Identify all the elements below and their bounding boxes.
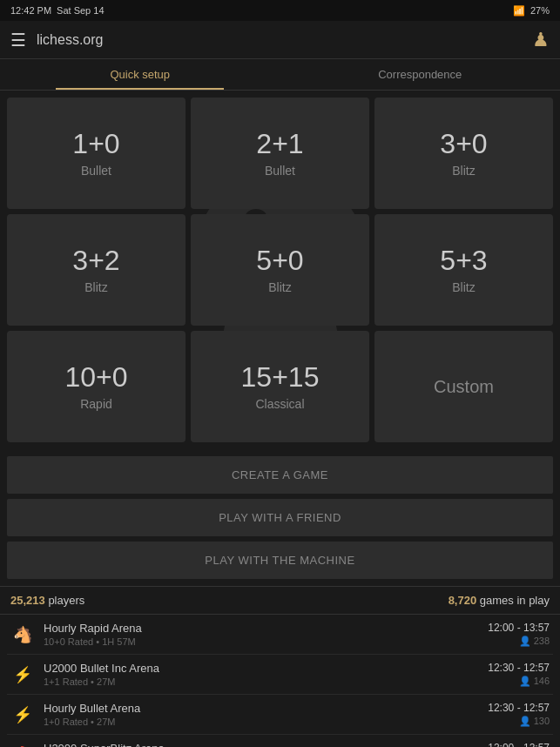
status-date: Sat Sep 14 <box>57 5 104 16</box>
tournament-time-u2000-bullet: 12:30 - 12:57 👤 146 <box>488 662 550 687</box>
game-grid-wrapper: 1+0 Bullet 2+1 Bullet 3+0 Blitz 3+2 Blit… <box>0 91 560 449</box>
stats-bar: 25,213 players 8,720 games in play <box>0 586 560 615</box>
tournament-list: 🐴 Hourly Rapid Arena 10+0 Rated • 1H 57M… <box>0 615 560 747</box>
tab-bar: Quick setup Correspondence <box>0 59 560 91</box>
game-option-3-0[interactable]: 3+0 Blitz <box>374 98 553 209</box>
tournament-icon-u2000-bullet: ⚡ <box>10 663 35 687</box>
create-game-button[interactable]: CREATE A GAME <box>7 456 553 494</box>
tournament-u2000-superblitz[interactable]: 🔥 U2000 SuperBlitz Arena 3+0 Rated • 57M… <box>7 735 553 747</box>
tournament-info-u2000-bullet: U2000 Bullet Inc Arena 1+1 Rated • 27M <box>44 662 488 687</box>
tournament-u2000-bullet[interactable]: ⚡ U2000 Bullet Inc Arena 1+1 Rated • 27M… <box>7 655 553 695</box>
tournament-info-rapid: Hourly Rapid Arena 10+0 Rated • 1H 57M <box>44 622 488 647</box>
game-option-5-0[interactable]: 5+0 Blitz <box>191 214 369 326</box>
tournament-time-rapid: 12:00 - 13:57 👤 238 <box>488 622 550 647</box>
games-stat: 8,720 games in play <box>449 594 550 607</box>
tournament-icon-hourly-bullet: ⚡ <box>10 703 35 727</box>
app-header: ☰ lichess.org ♟ <box>0 21 560 59</box>
status-time: 12:42 PM <box>10 5 51 16</box>
menu-icon[interactable]: ☰ <box>10 30 26 50</box>
game-option-15-15[interactable]: 15+15 Classical <box>191 331 369 442</box>
game-option-custom[interactable]: Custom <box>374 331 553 442</box>
tournament-hourly-rapid[interactable]: 🐴 Hourly Rapid Arena 10+0 Rated • 1H 57M… <box>7 615 553 655</box>
tournament-time-superblitz: 13:00 - 13:57 👤 2 <box>488 742 550 747</box>
game-option-1-0[interactable]: 1+0 Bullet <box>7 98 186 209</box>
tournament-hourly-bullet[interactable]: ⚡ Hourly Bullet Arena 1+0 Rated • 27M 12… <box>7 695 553 735</box>
wifi-icon: 📶 <box>513 5 525 17</box>
app-title: lichess.org <box>37 32 532 48</box>
play-with-machine-button[interactable]: PLAY WITH THE MACHINE <box>7 542 553 579</box>
tournament-time-hourly-bullet: 12:30 - 12:57 👤 130 <box>488 702 550 727</box>
battery-level: 27% <box>530 5 550 16</box>
tournament-icon-superblitz: 🔥 <box>10 743 35 748</box>
game-option-3-2[interactable]: 3+2 Blitz <box>7 214 186 326</box>
game-option-2-1[interactable]: 2+1 Bullet <box>191 98 369 209</box>
game-option-10-0[interactable]: 10+0 Rapid <box>7 331 186 442</box>
tournament-icon-rapid: 🐴 <box>10 622 35 647</box>
players-stat: 25,213 players <box>10 594 84 607</box>
tab-correspondence[interactable]: Correspondence <box>280 59 561 90</box>
action-buttons: CREATE A GAME PLAY WITH A FRIEND PLAY WI… <box>0 449 560 586</box>
game-grid: 1+0 Bullet 2+1 Bullet 3+0 Blitz 3+2 Blit… <box>7 98 553 442</box>
play-with-friend-button[interactable]: PLAY WITH A FRIEND <box>7 499 553 536</box>
tournament-info-hourly-bullet: Hourly Bullet Arena 1+0 Rated • 27M <box>44 702 488 727</box>
game-option-5-3[interactable]: 5+3 Blitz <box>374 214 553 326</box>
app-logo-icon: ♟ <box>532 29 550 51</box>
tournament-info-superblitz: U2000 SuperBlitz Arena 3+0 Rated • 57M <box>44 742 488 747</box>
tab-quick-setup[interactable]: Quick setup <box>0 59 280 90</box>
status-bar: 12:42 PM Sat Sep 14 📶 27% <box>0 0 560 21</box>
